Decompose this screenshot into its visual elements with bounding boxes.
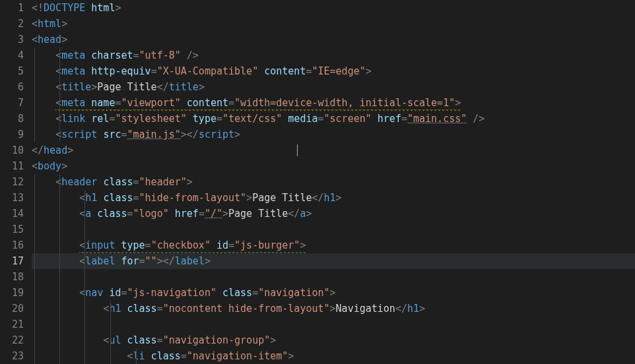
code-token: "X-UA-Compatible"	[157, 65, 259, 77]
code-line[interactable]: <script src="main.js"></script>	[32, 127, 635, 142]
code-token: Navigation	[336, 303, 395, 315]
code-token	[282, 113, 288, 125]
code-token: meta	[61, 97, 85, 109]
code-token: =	[401, 113, 407, 125]
code-line[interactable]: <input type="checkbox" id="js-burger">	[32, 237, 635, 253]
code-line[interactable]: <title>Page Title</title>	[32, 79, 635, 95]
code-line[interactable]	[32, 222, 635, 237]
code-token: <	[55, 176, 61, 188]
code-token: "logo"	[133, 208, 169, 220]
code-token: =	[145, 239, 151, 251]
code-token: class	[103, 176, 133, 188]
code-line[interactable]: <link rel="stylesheet" type="text/css" m…	[32, 111, 635, 127]
code-line[interactable]: <meta charset="utf-8" />	[32, 47, 635, 63]
code-token: </	[395, 303, 407, 315]
code-line[interactable]: <ul class="navigation-group">	[32, 332, 635, 348]
code-line[interactable]: <body>	[32, 158, 635, 174]
code-token	[169, 208, 175, 220]
code-line[interactable]: <nav id="js-navigation" class="navigatio…	[32, 285, 635, 301]
code-token: =	[228, 239, 234, 251]
code-token: <	[32, 160, 38, 172]
code-token: class	[97, 208, 127, 220]
code-line[interactable]: <!DOCTYPE html>	[32, 0, 635, 16]
code-line[interactable]: <meta name="viewport" content="width=dev…	[32, 95, 635, 111]
code-token: </	[288, 208, 300, 220]
code-token: link	[61, 113, 85, 125]
code-token: class	[103, 192, 133, 204]
code-token	[85, 113, 91, 125]
code-token: >	[330, 303, 336, 315]
code-token: label	[85, 255, 115, 267]
code-token: media	[288, 113, 318, 125]
code-token	[217, 287, 222, 299]
code-token: head	[38, 34, 61, 46]
code-token: =	[157, 303, 163, 315]
code-token: li	[133, 350, 145, 362]
code-line[interactable]: <h1 class="nocontent hide-from-layout">N…	[32, 301, 635, 317]
code-line[interactable]: <header class="header">	[32, 174, 635, 190]
code-token: </	[157, 81, 169, 93]
code-line[interactable]: </head>	[32, 142, 635, 158]
code-line[interactable]: <li class="navigation-item">	[32, 348, 635, 364]
code-line[interactable]	[32, 317, 635, 332]
code-token: nav	[85, 287, 103, 299]
code-token: "checkbox"	[151, 239, 211, 251]
code-token: >	[91, 81, 97, 93]
code-token: =	[127, 208, 133, 220]
code-token	[85, 49, 91, 61]
line-number: 11	[0, 158, 24, 174]
code-line[interactable]: <label for=""></label>	[32, 253, 635, 269]
line-number: 19	[0, 285, 24, 301]
line-number: 16	[0, 237, 24, 253]
code-token: src	[103, 129, 121, 140]
code-token: =	[151, 65, 157, 77]
code-token: id	[217, 239, 228, 251]
line-number: 8	[0, 111, 24, 127]
code-token: </	[312, 192, 323, 204]
code-token: "viewport"	[121, 97, 180, 109]
line-number: 21	[0, 317, 24, 332]
code-token: >	[115, 2, 121, 14]
code-token: >	[366, 65, 372, 77]
code-token: <	[32, 18, 38, 30]
code-token: head	[44, 144, 67, 156]
code-line[interactable]: <head>	[32, 32, 635, 47]
code-token: "main.css"	[407, 113, 467, 125]
code-token: =	[133, 176, 139, 188]
code-token: charset	[91, 49, 133, 61]
code-token: />	[467, 113, 485, 125]
code-token	[91, 208, 97, 220]
code-token: class	[151, 350, 181, 362]
code-token: >	[306, 208, 312, 220]
line-number: 14	[0, 206, 24, 222]
code-line[interactable]	[32, 269, 635, 285]
code-editor-area[interactable]: <!DOCTYPE html><html><head> <meta charse…	[32, 0, 635, 364]
code-token: type	[121, 239, 145, 251]
code-token: h1	[109, 303, 121, 315]
code-line[interactable]: <meta http-equiv="X-UA-Compatible" conte…	[32, 63, 635, 79]
code-line[interactable]: <a class="logo" href="/">Page Title</a>	[32, 206, 635, 222]
code-token: >	[300, 239, 306, 251]
code-token: <	[55, 49, 61, 61]
code-token: Page Title	[228, 208, 288, 220]
code-line[interactable]: <html>	[32, 16, 635, 32]
code-token: "screen"	[324, 113, 372, 125]
code-token: =	[217, 113, 222, 125]
code-line[interactable]: <h1 class="hide-from-layout">Page Title<…	[32, 190, 635, 206]
code-token: header	[61, 176, 97, 188]
code-token: =	[121, 129, 127, 140]
code-token: >	[187, 176, 193, 188]
code-token: =	[133, 49, 139, 61]
line-number: 6	[0, 79, 24, 95]
line-number: 13	[0, 190, 24, 206]
code-token: <	[55, 113, 61, 125]
code-token: http-equiv	[91, 65, 150, 77]
code-token: "width=device-width, initial-scale=1"	[234, 97, 455, 109]
line-number: 2	[0, 16, 24, 32]
line-number: 4	[0, 47, 24, 63]
code-token: >	[246, 192, 252, 204]
code-token: title	[61, 81, 91, 93]
code-token: <!	[32, 2, 44, 14]
code-token: content	[264, 65, 306, 77]
code-token: href	[175, 208, 199, 220]
